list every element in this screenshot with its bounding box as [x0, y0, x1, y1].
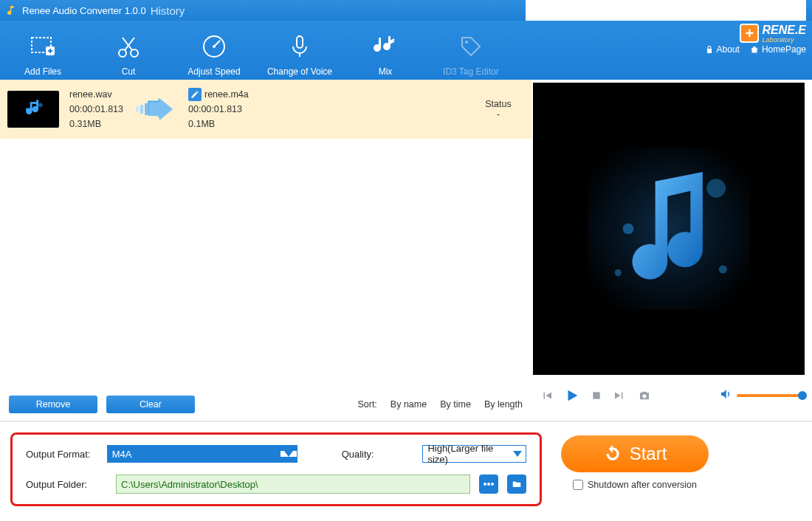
- svg-line-10: [125, 38, 134, 50]
- language-dropdown[interactable]: Language: [526, 5, 575, 15]
- svg-rect-23: [145, 103, 148, 115]
- adjust-speed-button[interactable]: Adjust Speed: [171, 31, 257, 77]
- svg-point-27: [719, 266, 727, 274]
- sort-label: Sort:: [357, 399, 376, 410]
- chevron-down-icon: [281, 451, 297, 457]
- svg-point-32: [487, 483, 490, 486]
- output-folder-label: Output Folder:: [26, 479, 107, 490]
- play-button[interactable]: [564, 387, 580, 404]
- svg-rect-24: [588, 148, 750, 310]
- brand-box: + RENE.ELaboratory About HomePage: [705, 24, 806, 55]
- output-format-dropdown[interactable]: M4A: [107, 445, 297, 463]
- mix-button[interactable]: Mix: [343, 31, 428, 77]
- main-toolbar: Add Files Cut Adjust Speed Change of Voi…: [0, 21, 812, 80]
- list-actions: Remove Clear Sort: By name By time By le…: [0, 388, 531, 421]
- svg-line-11: [123, 38, 132, 50]
- minimize-button[interactable]: [582, 5, 596, 15]
- svg-point-28: [615, 269, 622, 276]
- svg-rect-21: [136, 106, 139, 112]
- sort-by-length[interactable]: By length: [484, 399, 523, 410]
- svg-rect-15: [297, 36, 303, 48]
- sort-by-time[interactable]: By time: [440, 399, 471, 410]
- microphone-icon: [257, 31, 343, 62]
- brand-sub: Laboratory: [762, 37, 806, 43]
- quality-label: Quality:: [342, 449, 414, 460]
- remove-button[interactable]: Remove: [9, 396, 97, 413]
- cut-button[interactable]: Cut: [86, 31, 171, 77]
- output-file-info: renee.m4a 00:00:01.813 0.1MB: [188, 87, 249, 131]
- gauge-icon: [171, 31, 257, 62]
- title-bar: Renee Audio Converter 1.0.0 History Lang…: [0, 0, 812, 21]
- brand-plus-icon: +: [740, 24, 759, 43]
- refresh-icon: [603, 444, 622, 463]
- svg-point-19: [38, 103, 43, 108]
- mix-icon: [343, 31, 428, 62]
- status-value: -: [472, 109, 524, 120]
- volume-slider[interactable]: [737, 394, 803, 397]
- arrow-icon: [134, 98, 178, 120]
- input-size: 0.31MB: [69, 117, 123, 131]
- svg-point-17: [465, 41, 468, 44]
- add-files-icon: [0, 31, 86, 62]
- svg-point-9: [131, 49, 138, 57]
- tag-icon: [428, 31, 514, 62]
- svg-point-31: [484, 483, 486, 486]
- preview-panel: [531, 80, 812, 421]
- output-duration: 00:00:01.813: [188, 102, 249, 117]
- status-header: Status: [472, 99, 524, 109]
- scissors-icon: [86, 31, 171, 62]
- history-link[interactable]: History: [151, 4, 185, 17]
- output-filename: renee.m4a: [204, 87, 249, 102]
- next-button[interactable]: [613, 389, 626, 402]
- shutdown-label: Shutdown after conversion: [588, 480, 697, 490]
- about-link[interactable]: About: [705, 44, 740, 55]
- shutdown-checkbox[interactable]: [573, 480, 583, 490]
- svg-rect-1: [606, 7, 613, 13]
- maximize-button[interactable]: [603, 5, 616, 15]
- shutdown-checkbox-row[interactable]: Shutdown after conversion: [573, 480, 697, 490]
- svg-point-25: [623, 224, 634, 235]
- svg-rect-20: [32, 102, 39, 104]
- input-file-info: renee.wav 00:00:01.813 0.31MB: [69, 87, 123, 131]
- output-folder-input[interactable]: C:\Users\Administrator\Desktop\: [116, 475, 470, 494]
- add-files-button[interactable]: Add Files: [0, 31, 86, 77]
- output-format-label: Output Format:: [26, 449, 98, 460]
- chevron-down-icon: [509, 451, 526, 457]
- output-size: 0.1MB: [188, 117, 249, 131]
- svg-point-30: [642, 394, 646, 398]
- input-duration: 00:00:01.813: [69, 102, 123, 117]
- svg-point-14: [213, 45, 216, 48]
- volume-icon[interactable]: [719, 387, 732, 404]
- file-list-panel: renee.wav 00:00:01.813 0.31MB renee.m4a …: [0, 80, 531, 421]
- svg-point-8: [119, 49, 126, 57]
- svg-point-26: [706, 179, 726, 198]
- file-thumbnail: [7, 91, 59, 128]
- input-filename: renee.wav: [69, 87, 123, 102]
- homepage-link[interactable]: HomePage: [750, 44, 806, 55]
- brand-name: RENE.E: [762, 24, 806, 36]
- open-folder-button[interactable]: [507, 475, 526, 494]
- sort-by-name[interactable]: By name: [390, 399, 427, 410]
- player-controls: [531, 375, 812, 416]
- clear-button[interactable]: Clear: [106, 396, 195, 413]
- change-voice-button[interactable]: Change of Voice: [257, 31, 343, 77]
- separator: [0, 421, 812, 422]
- edit-icon[interactable]: [188, 88, 202, 101]
- stop-button[interactable]: [591, 390, 602, 401]
- output-settings-box: Output Format: M4A Quality: High(Larger …: [10, 432, 542, 506]
- svg-rect-29: [593, 392, 599, 398]
- svg-rect-22: [140, 105, 143, 114]
- app-title: Renee Audio Converter 1.0.0: [22, 5, 146, 16]
- snapshot-button[interactable]: [636, 389, 653, 402]
- prev-button[interactable]: [540, 389, 554, 402]
- id3-editor-button: ID3 Tag Editor: [428, 31, 514, 77]
- file-row[interactable]: renee.wav 00:00:01.813 0.31MB renee.m4a …: [0, 80, 531, 139]
- quality-dropdown[interactable]: High(Larger file size): [422, 445, 526, 463]
- preview-area: [533, 83, 805, 375]
- start-button[interactable]: Start: [561, 435, 709, 472]
- close-button[interactable]: [624, 5, 637, 15]
- svg-point-33: [491, 483, 494, 486]
- browse-button[interactable]: [479, 475, 498, 494]
- app-icon: [6, 4, 18, 16]
